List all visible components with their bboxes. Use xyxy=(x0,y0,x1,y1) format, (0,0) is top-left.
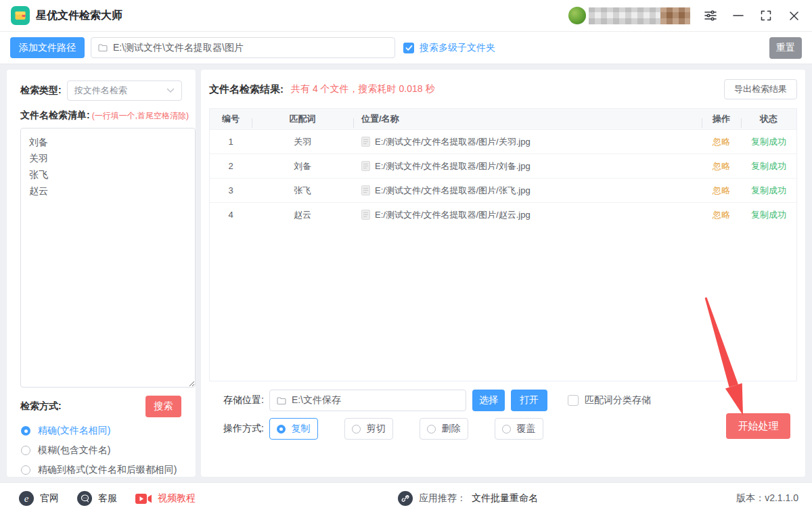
close-button[interactable] xyxy=(786,8,801,23)
search-method-label: 检索方式: xyxy=(20,400,62,413)
ignore-link[interactable]: 忽略 xyxy=(713,161,730,171)
user-avatar[interactable] xyxy=(568,7,586,24)
censored-username xyxy=(589,7,690,24)
video-camera-icon xyxy=(135,493,152,505)
titlebar: 星优文件检索大师 xyxy=(0,0,812,32)
reset-button[interactable]: 重置 xyxy=(769,37,802,59)
minimize-button[interactable] xyxy=(731,8,746,23)
search-type-label: 检索类型: xyxy=(20,85,62,97)
ignore-link[interactable]: 忽略 xyxy=(713,137,730,147)
table-row[interactable]: 4 赵云 E:/测试文件/文件名提取器/图片/赵云.jpg 忽略 复制成功 xyxy=(210,202,796,227)
results-summary: 共有 4 个文件，搜索耗时 0.018 秒 xyxy=(291,83,434,95)
link-icon xyxy=(398,491,413,506)
storage-path-input[interactable]: E:\文件保存 xyxy=(269,390,466,411)
support-link[interactable]: 客服 xyxy=(77,491,117,506)
table-row[interactable]: 2 刘备 E:/测试文件/文件名提取器/图片/刘备.jpg 忽略 复制成功 xyxy=(210,154,796,178)
select-folder-button[interactable]: 选择 xyxy=(472,390,505,411)
footer: e 官网 客服 xyxy=(0,482,812,514)
row-match-word: 张飞 xyxy=(252,185,353,197)
row-number: 2 xyxy=(210,161,252,171)
classify-checkbox-wrap[interactable]: 匹配词分类存储 xyxy=(568,394,651,406)
col-number: 编号 xyxy=(210,113,252,125)
row-match-word: 刘备 xyxy=(252,160,353,172)
version-text: 版本：v2.1.1.0 xyxy=(736,492,798,505)
row-number: 1 xyxy=(210,137,252,147)
operation-radio-cut[interactable]: 剪切 xyxy=(344,418,393,440)
results-table: 编号 匹配词 位置/名称 操作 状态 1 关羽 E:/测试文件/文件名提取器/图… xyxy=(209,108,797,381)
row-path: E:/测试文件/文件名提取器/图片/关羽.jpg xyxy=(353,136,702,148)
classify-label: 匹配词分类存储 xyxy=(585,394,651,406)
check-icon xyxy=(405,45,413,51)
row-path-text: E:/测试文件/文件名提取器/图片/刘备.jpg xyxy=(375,160,531,172)
folder-icon xyxy=(277,396,286,405)
row-status: 复制成功 xyxy=(741,160,796,172)
browser-e-icon: e xyxy=(19,491,34,506)
row-status: 复制成功 xyxy=(741,209,796,221)
file-icon xyxy=(361,161,370,171)
radio-off-icon xyxy=(352,425,361,434)
file-icon xyxy=(361,137,370,147)
add-path-button[interactable]: 添加文件路径 xyxy=(10,37,85,58)
file-icon xyxy=(361,185,370,195)
row-match-word: 关羽 xyxy=(252,136,353,148)
radio-off-icon xyxy=(21,465,30,475)
website-link[interactable]: e 官网 xyxy=(19,491,59,506)
storage-label: 存储位置: xyxy=(223,394,264,406)
table-row[interactable]: 1 关羽 E:/测试文件/文件名提取器/图片/关羽.jpg 忽略 复制成功 xyxy=(210,129,796,154)
col-status: 状态 xyxy=(741,113,796,125)
operation-radio-copy[interactable]: 复制 xyxy=(269,418,318,440)
table-header: 编号 匹配词 位置/名称 操作 状态 xyxy=(210,109,796,129)
chevron-down-icon xyxy=(166,88,175,93)
row-path: E:/测试文件/文件名提取器/图片/刘备.jpg xyxy=(353,160,702,172)
name-list-textarea[interactable]: 刘备 关羽 张飞 赵云 xyxy=(20,128,196,388)
radio-off-icon xyxy=(427,425,436,434)
method-radio-fuzzy[interactable]: 模糊(包含文件名) xyxy=(21,444,189,457)
row-number: 3 xyxy=(210,185,252,195)
row-match-word: 赵云 xyxy=(252,209,353,221)
table-row[interactable]: 3 张飞 E:/测试文件/文件名提取器/图片/张飞.jpg 忽略 复制成功 xyxy=(210,178,796,202)
app-title: 星优文件检索大师 xyxy=(36,9,122,23)
row-status: 复制成功 xyxy=(741,185,796,197)
method-radio-exact-format[interactable]: 精确到格式(文件名和后缀都相同) xyxy=(21,464,189,476)
radio-off-icon xyxy=(502,425,511,434)
subfolder-label[interactable]: 搜索多级子文件夹 xyxy=(420,42,495,54)
results-panel: 文件名检索结果: 共有 4 个文件，搜索耗时 0.018 秒 导出检索结果 编号… xyxy=(201,70,805,477)
video-tutorial-link[interactable]: 视频教程 xyxy=(135,492,196,505)
operation-radio-delete[interactable]: 删除 xyxy=(420,418,468,440)
ignore-link[interactable]: 忽略 xyxy=(713,185,730,195)
operation-radio-overwrite[interactable]: 覆盖 xyxy=(495,418,543,440)
chat-icon xyxy=(77,491,92,506)
radio-on-icon xyxy=(277,425,286,434)
recommend-app-link[interactable]: 文件批量重命名 xyxy=(472,492,538,505)
col-path: 位置/名称 xyxy=(353,113,702,125)
open-folder-button[interactable]: 打开 xyxy=(511,390,547,411)
subfolder-checkbox[interactable] xyxy=(403,43,414,53)
start-processing-button[interactable]: 开始处理 xyxy=(726,413,790,439)
method-radio-exact[interactable]: 精确(文件名相同) xyxy=(21,425,189,437)
classify-checkbox[interactable] xyxy=(568,395,579,406)
search-type-select[interactable]: 按文件名检索 xyxy=(67,80,182,101)
file-icon xyxy=(361,210,370,220)
row-path-text: E:/测试文件/文件名提取器/图片/关羽.jpg xyxy=(375,136,531,148)
col-match-word: 匹配词 xyxy=(252,113,353,125)
app-window: 星优文件检索大师 xyxy=(0,0,812,514)
folder-icon xyxy=(98,43,108,52)
row-status: 复制成功 xyxy=(741,136,796,148)
name-list-label: 文件名检索清单: xyxy=(20,110,90,122)
operation-label: 操作方式: xyxy=(223,423,264,435)
radio-on-icon xyxy=(21,426,30,436)
storage-path-value: E:\文件保存 xyxy=(292,394,341,406)
row-path-text: E:/测试文件/文件名提取器/图片/赵云.jpg xyxy=(375,209,531,221)
toolbar: 添加文件路径 E:\测试文件\文件名提取器\图片 搜索多级子文件夹 重置 xyxy=(0,32,812,64)
row-number: 4 xyxy=(210,210,252,220)
main-area: 检索类型: 按文件名检索 文件名检索清单: (一行填一个,首尾空格清除) 刘备 … xyxy=(0,64,812,482)
maximize-button[interactable] xyxy=(759,8,773,23)
settings-sliders-icon[interactable] xyxy=(703,8,718,23)
search-button[interactable]: 搜索 xyxy=(145,396,181,417)
ignore-link[interactable]: 忽略 xyxy=(713,210,730,220)
app-logo-icon xyxy=(11,6,30,25)
search-type-value: 按文件名检索 xyxy=(74,85,127,97)
export-results-button[interactable]: 导出检索结果 xyxy=(724,79,797,99)
search-path-input[interactable]: E:\测试文件\文件名提取器\图片 xyxy=(91,37,395,58)
censored-block-brown xyxy=(660,7,690,24)
